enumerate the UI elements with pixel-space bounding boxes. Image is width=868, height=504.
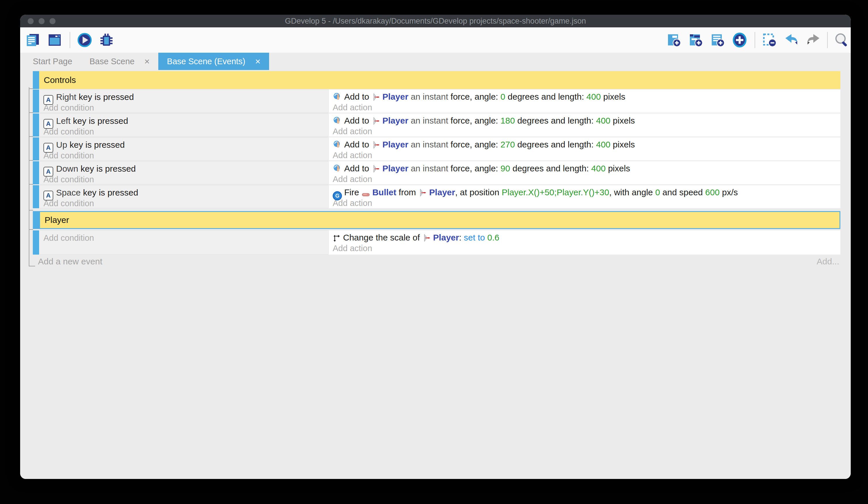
undo-button[interactable]	[783, 32, 799, 48]
add-event-button[interactable]	[666, 32, 682, 48]
add-action-button[interactable]: Add action	[333, 243, 840, 253]
conditions-cell[interactable]: Add condition	[40, 230, 329, 255]
conditions-cell[interactable]: ARight key is pressed Add condition	[40, 90, 329, 113]
event-selection-bar	[33, 230, 39, 255]
event-tree-tick	[29, 184, 33, 185]
tab-start-page[interactable]: Start Page	[24, 53, 81, 70]
force-icon	[333, 140, 342, 149]
main-toolbar	[20, 27, 851, 53]
play-button[interactable]	[76, 32, 93, 48]
conditions-cell[interactable]: AUp key is pressed Add condition	[40, 137, 329, 160]
actions-cell[interactable]: Add toPlayer an instant force, angle: 18…	[329, 113, 840, 137]
group-title: Player	[45, 215, 69, 225]
add-action-button[interactable]: Add action	[333, 102, 840, 112]
close-tab-icon[interactable]: ×	[144, 57, 149, 66]
player-object-icon	[418, 188, 427, 197]
add-more-button[interactable]	[732, 32, 748, 48]
toolbar-divider	[755, 32, 755, 48]
tab-base-scene-events[interactable]: Base Scene (Events) ×	[158, 53, 269, 70]
event-row[interactable]: ARight key is pressed Add condition Add …	[33, 90, 840, 113]
event-row[interactable]: ALeft key is pressed Add condition Add t…	[33, 113, 840, 137]
actions-cell[interactable]: Change the scale ofPlayer: set to 0.6 Ad…	[329, 230, 840, 255]
event-row[interactable]: ASpace key is pressed Add condition GFir…	[33, 185, 840, 208]
force-icon	[333, 92, 342, 101]
actions-cell[interactable]: Add toPlayer an instant force, angle: 27…	[329, 137, 840, 160]
close-tab-icon[interactable]: ×	[255, 57, 261, 66]
player-object-icon	[372, 164, 380, 173]
add-condition-button[interactable]: Add condition	[43, 151, 328, 160]
event-selection-bar	[34, 212, 40, 228]
event-selection-bar	[33, 137, 39, 160]
tab-label: Start Page	[33, 57, 72, 66]
event-selection-bar	[33, 185, 39, 208]
force-icon	[333, 116, 342, 125]
event-tree-tick	[29, 88, 33, 89]
conditions-cell[interactable]: ALeft key is pressed Add condition	[40, 113, 329, 137]
event-row[interactable]: ADown key is pressed Add condition Add t…	[33, 161, 840, 184]
toolbar-divider	[827, 32, 828, 48]
gdevelop-window: GDevelop 5 - /Users/dkarakay/Documents/G…	[20, 15, 851, 479]
add-condition-button[interactable]: Add condition	[43, 103, 328, 113]
add-condition-button[interactable]: Add condition	[43, 127, 328, 137]
actions-cell[interactable]: Add toPlayer an instant force, angle: 0 …	[329, 90, 840, 113]
window-title: GDevelop 5 - /Users/dkarakay/Documents/G…	[20, 15, 851, 27]
add-action-button[interactable]: Add action	[333, 150, 840, 160]
add-condition-button[interactable]: Add condition	[43, 199, 328, 208]
player-object-icon	[422, 234, 431, 242]
add-comment-button[interactable]	[710, 32, 726, 48]
event-tree-tick	[29, 266, 35, 266]
debug-icon[interactable]	[99, 32, 115, 48]
event-group-player[interactable]: Player	[33, 211, 840, 229]
event-row[interactable]: Add condition Change the scale ofPlayer:…	[33, 230, 840, 255]
actions-cell[interactable]: GFireBullet fromPlayer, at position Play…	[329, 185, 840, 208]
search-button[interactable]	[834, 32, 850, 48]
event-tree-tick	[29, 136, 33, 137]
add-new-event-button[interactable]: Add a new event	[38, 256, 102, 266]
title-bar[interactable]: GDevelop 5 - /Users/dkarakay/Documents/G…	[20, 15, 851, 27]
event-tree-line	[29, 87, 29, 266]
force-icon	[333, 164, 342, 173]
screenshot-stage: GDevelop 5 - /Users/dkarakay/Documents/G…	[0, 0, 868, 504]
event-selection-bar	[33, 113, 39, 137]
add-action-button[interactable]: Add action	[333, 127, 840, 136]
conditions-cell[interactable]: ADown key is pressed Add condition	[40, 161, 329, 184]
player-object-icon	[372, 141, 380, 149]
event-selection-bar	[33, 71, 39, 89]
add-sub-event-button[interactable]	[688, 32, 704, 48]
event-tree-tick	[29, 160, 33, 161]
delete-selection-button[interactable]	[762, 32, 778, 48]
tab-base-scene[interactable]: Base Scene ×	[81, 53, 158, 70]
bullet-object-icon	[361, 192, 370, 197]
event-selection-bar	[33, 90, 39, 113]
events-sheet: Controls ARight key is pressed Add condi…	[20, 70, 851, 479]
event-tree-tick	[29, 229, 33, 230]
tab-label: Base Scene (Events)	[167, 57, 245, 66]
add-action-button[interactable]: Add action	[333, 198, 840, 208]
event-tree-tick	[29, 112, 33, 113]
add-condition-button[interactable]: Add condition	[43, 232, 328, 244]
add-condition-button[interactable]: Add condition	[43, 174, 328, 184]
add-action-button[interactable]: Add action	[333, 174, 840, 184]
actions-cell[interactable]: Add toPlayer an instant force, angle: 90…	[329, 161, 840, 184]
event-row[interactable]: AUp key is pressed Add condition Add toP…	[33, 137, 840, 160]
event-group-controls[interactable]: Controls	[33, 71, 840, 89]
scale-icon	[333, 234, 341, 242]
add-more-button[interactable]: Add...	[817, 256, 839, 266]
tab-label: Base Scene	[90, 57, 134, 66]
toolbar-divider	[70, 32, 70, 48]
redo-button[interactable]	[805, 32, 822, 48]
player-object-icon	[372, 93, 380, 101]
conditions-cell[interactable]: ASpace key is pressed Add condition	[40, 185, 329, 208]
group-title: Controls	[44, 75, 76, 85]
scene-editor-icon[interactable]	[46, 32, 63, 48]
event-tree-tick	[29, 210, 33, 211]
event-selection-bar	[33, 161, 39, 184]
player-object-icon	[372, 117, 380, 125]
project-manager-icon[interactable]	[25, 32, 41, 48]
editor-tab-bar: Start Page Base Scene × Base Scene (Even…	[20, 53, 851, 70]
